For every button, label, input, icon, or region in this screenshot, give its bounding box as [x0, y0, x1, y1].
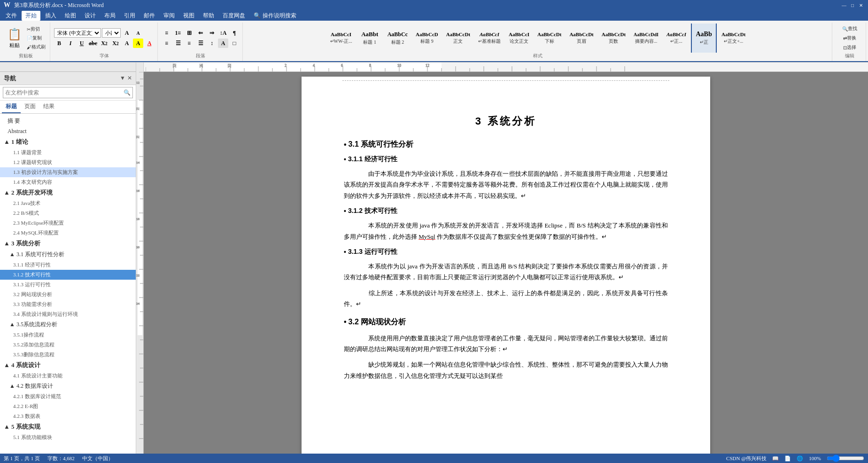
paste-button[interactable]: 📋 粘贴 [5, 24, 24, 53]
style-xia[interactable]: AaBbCcDt 下标 [534, 24, 565, 53]
decrease-indent-button[interactable]: ⇐ [195, 28, 206, 38]
menu-insert[interactable]: 插入 [41, 11, 60, 21]
copy-button[interactable]: 📄 复制 [25, 34, 47, 42]
style-ww-zheng[interactable]: AaBbCcI ↵WW-正... [327, 24, 356, 53]
menu-mailings[interactable]: 邮件 [140, 11, 159, 21]
nav-dropdown-button[interactable]: ▼ [120, 75, 125, 82]
font-shrink-button[interactable]: A [133, 28, 143, 38]
align-right-button[interactable]: ≡ [184, 39, 194, 48]
style-jichenbiaoti[interactable]: AaBbCcI ↵基准标题 [475, 24, 504, 53]
align-center-button[interactable]: ☰ [173, 39, 183, 48]
menu-draw[interactable]: 绘图 [61, 11, 80, 21]
superscript-button[interactable]: X2 [110, 39, 121, 48]
menu-home[interactable]: 开始 [22, 11, 40, 21]
nav-tab-headings[interactable]: 标题 [2, 101, 21, 113]
nav-item-ch5[interactable]: ▲ 5 系统实现 [0, 421, 136, 432]
highlight-button[interactable]: A [133, 39, 143, 48]
menu-help[interactable]: 帮助 [199, 11, 218, 21]
zoom-slider[interactable] [827, 455, 864, 462]
cut-button[interactable]: ✂ 剪切 [25, 25, 47, 33]
multilevel-button[interactable]: ⊞ [184, 28, 194, 38]
replace-button[interactable]: ⇄ 替换 [842, 34, 858, 42]
nav-item-311[interactable]: 3.1.1 经济可行性 [0, 260, 136, 270]
menu-layout[interactable]: 布局 [101, 11, 119, 21]
style-zhengwen[interactable]: AaBbCcDt 正文 [443, 24, 473, 53]
style-biaoti9[interactable]: AaBbCcD 标题 9 [412, 24, 442, 53]
nav-item-31[interactable]: ▲ 3.1 系统可行性分析 [0, 249, 136, 260]
nav-item-13[interactable]: 1.3 初步设计方法与实施方案 [0, 167, 136, 177]
nav-close-button[interactable]: ✕ [127, 75, 132, 82]
maximize-button[interactable]: □ [849, 2, 856, 8]
nav-item-35[interactable]: ▲ 3.5系统流程分析 [0, 319, 136, 330]
menu-references[interactable]: 引用 [120, 11, 139, 21]
style-biaoti1[interactable]: AaBbt 标题 1 [357, 24, 383, 53]
border-button[interactable]: □ [229, 39, 240, 48]
format-paint-button[interactable]: 🖌 格式刷 [25, 43, 47, 51]
subscript-button[interactable]: X2 [99, 39, 109, 48]
menu-search[interactable]: 🔍 操作说明搜索 [250, 11, 300, 21]
nav-item-24[interactable]: 2.4 MySQL环境配置 [0, 228, 136, 238]
menu-file[interactable]: 文件 [2, 11, 21, 21]
nav-item-42[interactable]: ▲ 4.2 数据库设计 [0, 381, 136, 392]
shading-button[interactable]: A [218, 39, 228, 48]
font-size-select[interactable]: 小四 [102, 28, 121, 38]
nav-item-422[interactable]: 4.2.2 E-R图 [0, 401, 136, 411]
nav-item-21[interactable]: 2.1 Java技术 [0, 198, 136, 208]
nav-item-352[interactable]: 3.5.2添加信息流程 [0, 340, 136, 350]
align-left-button[interactable]: ≡ [162, 39, 172, 48]
nav-item-abstract-zh[interactable]: 摘 要 [0, 116, 136, 126]
font-color-button[interactable]: A [144, 39, 155, 48]
justify-button[interactable]: ☰ [195, 39, 206, 48]
style-zheng3[interactable]: AaBb ↵正 [691, 24, 717, 53]
nav-item-ch2[interactable]: ▲ 2 系统开发环境 [0, 187, 136, 198]
nav-item-ch3[interactable]: ▲ 3 系统分析 [0, 238, 136, 249]
nav-item-32[interactable]: 3.2 网站现状分析 [0, 290, 136, 299]
close-button[interactable]: ✕ [858, 2, 864, 8]
nav-item-ch4[interactable]: ▲ 4 系统设计 [0, 360, 136, 371]
nav-item-14[interactable]: 1.4 本文研究内容 [0, 177, 136, 187]
increase-indent-button[interactable]: ⇒ [207, 28, 217, 38]
style-zheng2[interactable]: AaBbCcI ↵正... [663, 24, 690, 53]
bullets-button[interactable]: ≡ [162, 28, 172, 38]
style-more[interactable]: AaBbCcDt ↵正文+... [718, 24, 749, 53]
italic-button[interactable]: I [65, 39, 76, 48]
strikethrough-button[interactable]: abc [88, 39, 98, 48]
minimize-button[interactable]: — [841, 2, 847, 8]
nav-tab-results[interactable]: 结果 [39, 101, 58, 113]
title-bar-right[interactable]: — □ ✕ [841, 2, 864, 8]
nav-item-11[interactable]: 1.1 课题背景 [0, 148, 136, 157]
nav-item-353[interactable]: 3.5.3删除信息流程 [0, 350, 136, 360]
nav-item-33[interactable]: 3.3 功能需求分析 [0, 299, 136, 309]
menu-review[interactable]: 审阅 [160, 11, 178, 21]
web-layout-button[interactable]: 🌐 [797, 455, 803, 462]
page-view-button[interactable]: 📄 [784, 455, 791, 462]
numbering-button[interactable]: 1≡ [173, 28, 183, 38]
nav-item-51[interactable]: 5.1 系统功能模块 [0, 432, 136, 442]
sort-button[interactable]: ↕A [218, 28, 228, 38]
nav-item-421[interactable]: 4.2.1 数据库设计规范 [0, 392, 136, 401]
style-biaoti2[interactable]: AaBbCc 标题 2 [384, 24, 411, 53]
nav-item-ch1[interactable]: ▲ 1 绪论 [0, 136, 136, 148]
nav-item-22[interactable]: 2.2 B/S模式 [0, 208, 136, 218]
style-yeshu[interactable]: AaBbCcDt 页数 [598, 24, 629, 53]
style-yezhu[interactable]: AaBbCcDt 页眉 [566, 24, 597, 53]
find-button[interactable]: 🔍 查找 [841, 24, 859, 33]
menu-design[interactable]: 设计 [81, 11, 100, 21]
font-grow-button[interactable]: A [122, 28, 132, 38]
nav-item-23[interactable]: 2.3 MyEclipse环境配置 [0, 218, 136, 228]
select-button[interactable]: ⊡ 选择 [842, 43, 858, 52]
nav-search-input[interactable] [5, 89, 124, 96]
font-family-select[interactable]: 宋体 (中文正文) [54, 28, 101, 38]
bold-button[interactable]: B [54, 39, 64, 48]
menu-view[interactable]: 视图 [179, 11, 198, 21]
line-spacing-button[interactable]: ↕ [207, 39, 217, 48]
menu-baidu[interactable]: 百度网盘 [219, 11, 249, 21]
nav-tab-pages[interactable]: 页面 [21, 101, 39, 113]
nav-item-abstract-en[interactable]: Abstract [0, 126, 136, 136]
show-marks-button[interactable]: ¶ [229, 28, 240, 38]
nav-search-icon[interactable]: 🔍 [124, 89, 131, 96]
text-effect-button[interactable]: A [122, 39, 132, 48]
style-zaiyaoneirong[interactable]: AaBbCcDdI 摘要内容... [630, 24, 662, 53]
nav-item-41[interactable]: 4.1 系统设计主要功能 [0, 371, 136, 381]
nav-item-423[interactable]: 4.2.3 数据表 [0, 411, 136, 421]
